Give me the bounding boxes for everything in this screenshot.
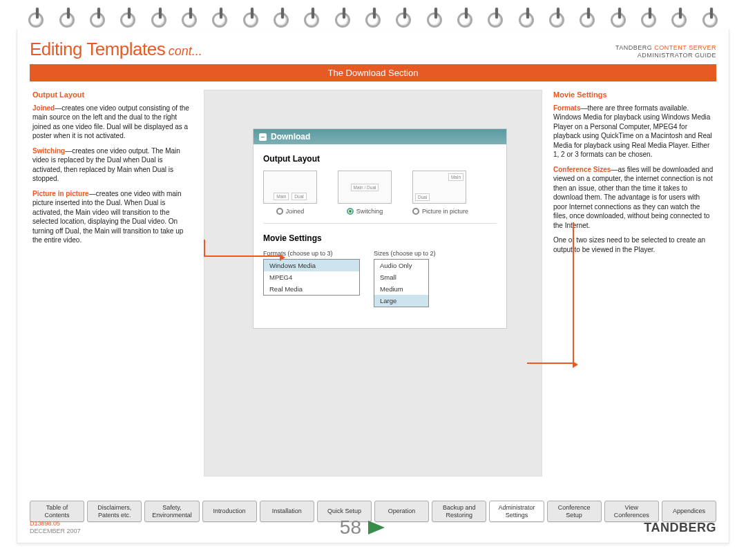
- doc-date: DECEMBER 2007: [30, 528, 81, 535]
- list-item[interactable]: Real Media: [264, 283, 359, 295]
- center-illustration: – Download Output Layout MainDual Joined…: [204, 90, 542, 476]
- left-column: Output Layout Joined—creates one video o…: [30, 90, 195, 476]
- callout-arrow-right: [527, 363, 574, 364]
- layout-option-joined[interactable]: MainDual Joined: [263, 171, 317, 215]
- radio-icon[interactable]: [347, 208, 354, 215]
- right-column: Movie Settings Formats—there are three f…: [551, 90, 716, 476]
- layout-option-pip[interactable]: MainDual Picture in picture: [412, 171, 468, 215]
- download-panel-header[interactable]: – Download: [254, 129, 506, 144]
- layout-option-switching[interactable]: Main / Dual Switching: [338, 171, 392, 215]
- page-footer: D13898.05 DECEMBER 2007 58 TANDBERG: [30, 516, 716, 539]
- sizes-listbox[interactable]: Audio Only Small Medium Large: [374, 259, 429, 307]
- list-item[interactable]: MPEG4: [264, 271, 359, 283]
- spiral-binding: [0, 0, 746, 28]
- list-item[interactable]: Windows Media: [264, 260, 359, 271]
- page-number: 58: [340, 516, 361, 539]
- next-arrow-icon[interactable]: [368, 521, 385, 534]
- doc-meta: TANDBERG CONTENT SERVER ADMINISTRATOR GU…: [615, 44, 716, 60]
- page-number-block: 58: [340, 516, 385, 539]
- content-area: Output Layout Joined—creates one video o…: [30, 90, 716, 476]
- download-panel: – Download Output Layout MainDual Joined…: [253, 128, 507, 329]
- callout-arrow-left: [204, 255, 281, 257]
- doc-id: D13898.05: [30, 520, 81, 528]
- right-heading: Movie Settings: [553, 90, 714, 100]
- movie-settings-heading: Movie Settings: [263, 233, 497, 243]
- page-title: Editing Templates cont...: [30, 39, 202, 60]
- left-heading: Output Layout: [32, 90, 193, 100]
- brand-logo: TANDBERG: [644, 521, 716, 535]
- radio-icon[interactable]: [276, 208, 283, 215]
- page-body: Editing Templates cont... TANDBERG CONTE…: [17, 29, 729, 543]
- output-layout-heading: Output Layout: [263, 154, 497, 164]
- collapse-icon[interactable]: –: [259, 133, 267, 141]
- list-item[interactable]: Audio Only: [374, 260, 428, 271]
- list-item[interactable]: Medium: [374, 283, 428, 295]
- page-header: Editing Templates cont... TANDBERG CONTE…: [30, 39, 716, 60]
- list-item[interactable]: Large: [374, 295, 428, 307]
- formats-listbox[interactable]: Windows Media MPEG4 Real Media: [263, 259, 360, 296]
- radio-icon[interactable]: [412, 208, 419, 215]
- list-item[interactable]: Small: [374, 271, 428, 283]
- section-title-bar: The Download Section: [30, 64, 716, 81]
